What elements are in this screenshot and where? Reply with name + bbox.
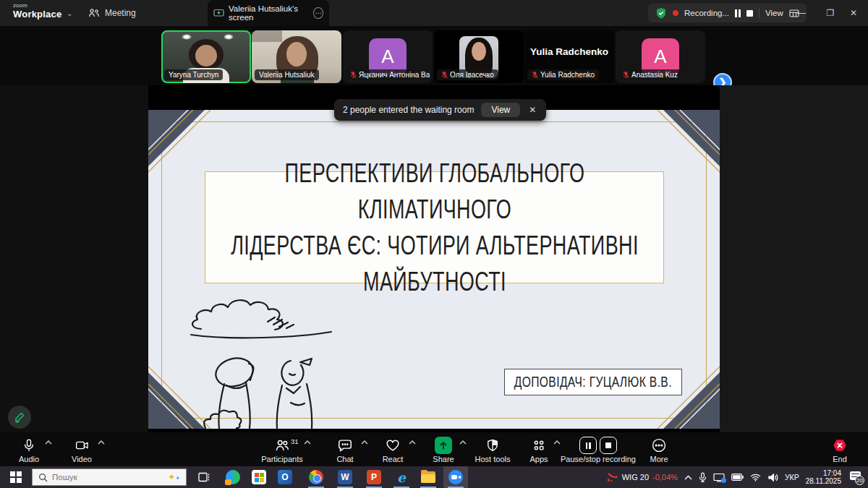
tab-options-icon[interactable]: ⋯ (313, 7, 323, 19)
audio-button[interactable]: Audio (6, 435, 52, 465)
app-media-button[interactable] (221, 466, 245, 488)
apps-icon (531, 437, 547, 454)
sketch-two-people-looking-at-cloud (181, 293, 369, 429)
app-zoom-button[interactable] (443, 466, 468, 488)
tray-mic-icon[interactable] (699, 472, 707, 483)
microphone-icon (22, 437, 36, 454)
ticker-change: -0,04% (652, 473, 678, 481)
tray-wifi-icon[interactable] (750, 473, 761, 481)
app-ie-button[interactable]: e (389, 466, 414, 488)
participant-name: Оля Івасечко (437, 69, 498, 80)
chat-button[interactable]: Chat (322, 435, 368, 465)
chat-options-chevron[interactable] (361, 440, 368, 445)
shared-screen-area: ПЕРСПЕКТИВИ ГЛОБАЛЬНОГО КЛІМАТИЧНОГО ЛІД… (0, 85, 868, 432)
host-tools-button[interactable]: Host tools (467, 435, 519, 465)
audio-options-chevron[interactable] (45, 440, 52, 445)
shield-icon (485, 437, 500, 454)
tray-time: 17:04 (806, 469, 841, 477)
pause-recording-icon[interactable] (579, 437, 597, 454)
presentation-slide: ПЕРСПЕКТИВИ ГЛОБАЛЬНОГО КЛІМАТИЧНОГО ЛІД… (148, 110, 720, 429)
participant-tile-yatskanych[interactable]: A Яцканич Антоніна Вас... (343, 30, 433, 83)
security-shield-icon[interactable] (655, 7, 667, 19)
app-powerpoint-button[interactable]: P (362, 466, 386, 488)
video-options-chevron[interactable] (98, 440, 105, 445)
waiting-room-toast: 2 people entered the waiting room View ✕ (334, 99, 546, 121)
notification-count-badge: 20 (855, 476, 864, 485)
start-button[interactable] (0, 466, 32, 488)
stock-ticker[interactable]: WIG 20 -0,04% (607, 472, 678, 482)
search-icon (38, 473, 48, 482)
tab-shared-screen[interactable]: Valeriia Hutsaliuk's screen ⋯ (208, 0, 329, 26)
app-chrome-button[interactable] (304, 466, 328, 488)
tray-expand-chevron[interactable] (684, 475, 692, 480)
task-view-button[interactable] (192, 466, 216, 488)
toast-view-button[interactable]: View (481, 103, 520, 117)
mic-muted-icon (623, 71, 629, 79)
more-button[interactable]: More (639, 435, 679, 465)
logo-line2: Workplace (13, 9, 61, 19)
meeting-tab-label: Meeting (105, 8, 136, 18)
stop-recording-icon[interactable] (746, 10, 753, 17)
end-hexagon-icon (832, 437, 848, 454)
tray-volume-icon[interactable] (767, 473, 778, 482)
participant-tile-anastasia[interactable]: A Anastasia Kuz (616, 30, 705, 83)
participants-button[interactable]: 31 Participants (253, 435, 311, 465)
view-label[interactable]: View (765, 9, 783, 17)
participants-icon (273, 437, 291, 454)
recording-controls: Recording... View (648, 4, 807, 22)
tab-meeting[interactable]: Meeting (81, 0, 143, 26)
ticker-symbol: WIG 20 (622, 473, 649, 481)
participant-name: Яцканич Антоніна Вас... (346, 69, 430, 80)
pause-recording-icon[interactable] (735, 9, 741, 17)
tray-cast-icon[interactable] (713, 473, 725, 482)
close-button[interactable]: ✕ (839, 0, 868, 26)
title-bar: zoom Workplace ⌄ Meeting Valeriia Hutsal… (0, 0, 868, 26)
windows-taskbar: ✦✦ O W P e WIG 20 -0,04% УКР (0, 466, 868, 488)
participant-name: Yaryna Turchyn (164, 69, 223, 80)
meeting-toolbar: Audio Video 31 Participants Chat (0, 432, 868, 466)
file-explorer-icon (421, 471, 435, 483)
mic-muted-icon (350, 71, 357, 79)
pause-stop-recording-button[interactable]: Pause/stop recording (551, 435, 645, 465)
meeting-people-icon (88, 8, 100, 18)
recording-dot-icon (673, 10, 678, 16)
share-button[interactable]: Share (420, 435, 467, 465)
search-input[interactable] (52, 473, 132, 481)
toast-close-icon[interactable]: ✕ (527, 105, 537, 115)
participants-strip: Yaryna Turchyn Valeriia Hutsaliuk A Яцка… (0, 26, 868, 85)
app-store-button[interactable] (247, 466, 271, 488)
chevron-down-icon[interactable]: ⌄ (67, 9, 72, 17)
app-explorer-button[interactable] (416, 466, 441, 488)
system-tray: WIG 20 -0,04% УКР 17:04 28.11.2025 20 (607, 466, 868, 488)
participant-display-name: Yulia Radchenko (524, 46, 614, 57)
notification-center-button[interactable]: 20 (848, 471, 862, 483)
react-button[interactable]: React (370, 435, 416, 465)
divider (759, 8, 760, 18)
app-word-button[interactable]: W (333, 466, 357, 488)
stock-chart-icon (607, 472, 618, 482)
tray-battery-icon[interactable] (731, 474, 744, 481)
mic-muted-icon (441, 71, 448, 79)
language-indicator[interactable]: УКР (785, 473, 799, 481)
minimize-button[interactable]: — (787, 0, 816, 26)
slide-corner-decoration (597, 306, 720, 429)
video-button[interactable]: Video (59, 435, 105, 465)
copilot-sparkles-icon: ✦✦ (168, 472, 180, 482)
react-options-chevron[interactable] (409, 440, 416, 445)
windows-logo-icon (10, 471, 22, 483)
participant-tile-yaryna[interactable]: Yaryna Turchyn (161, 30, 251, 83)
participant-tile-valeriia[interactable]: Valeriia Hutsaliuk (252, 30, 341, 83)
participant-tile-yulia[interactable]: Yulia Radchenko Yulia Radchenko (524, 30, 614, 83)
taskbar-search[interactable]: ✦✦ (32, 468, 187, 486)
annotate-button[interactable] (8, 406, 31, 429)
internet-explorer-icon: e (397, 470, 405, 485)
screen-share-icon (213, 9, 224, 18)
camera-icon (74, 437, 90, 454)
participant-tile-olya[interactable]: Оля Івасечко (434, 30, 524, 83)
stop-recording-icon[interactable] (600, 437, 617, 454)
app-outlook-button[interactable]: O (273, 466, 297, 488)
end-meeting-button[interactable]: End (823, 435, 856, 465)
participants-options-chevron[interactable] (304, 440, 311, 445)
share-options-chevron[interactable] (459, 440, 467, 445)
clock[interactable]: 17:04 28.11.2025 (806, 469, 841, 485)
